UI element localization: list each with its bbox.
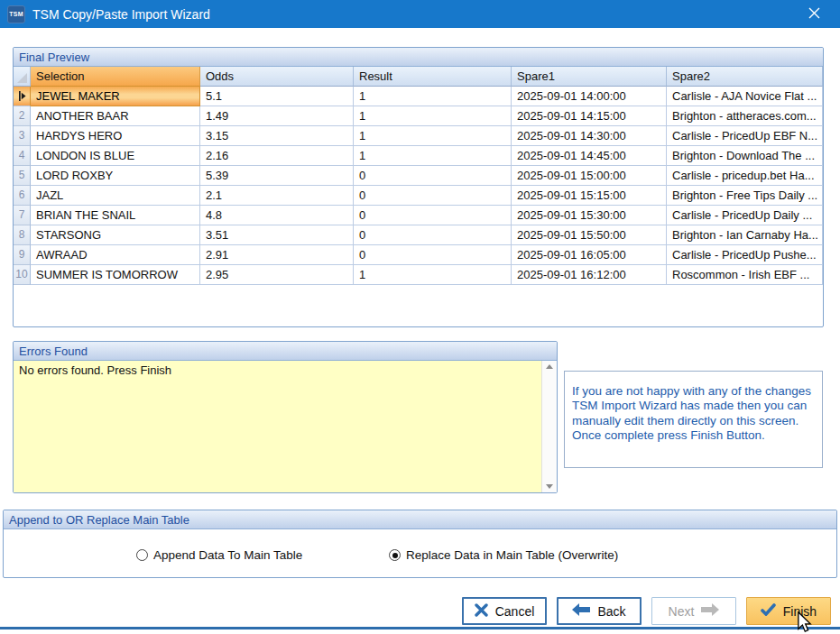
cancel-label: Cancel [495,604,535,619]
scroll-down-icon[interactable] [546,484,553,489]
cell-spare1-row2[interactable]: 2025-09-01 14:15:00 [512,106,667,126]
cell-spare1-row9[interactable]: 2025-09-01 16:05:00 [512,245,667,265]
final-preview-group: Final Preview SelectionOddsResultSpare1S… [13,47,824,327]
errors-text: No errors found. Press Finish [14,361,541,492]
radio-replace-option[interactable]: Replace Data in Main Table (Overwrite) [389,548,618,562]
cancel-button[interactable]: Cancel [462,597,547,625]
cancel-x-icon [475,603,488,620]
column-header-spare1[interactable]: Spare1 [512,67,667,87]
cell-selection-row10[interactable]: SUMMER IS TOMORROW [31,265,200,285]
cell-spare2-row10[interactable]: Roscommon - Irish EBF ... [667,265,823,285]
cell-spare1-row8[interactable]: 2025-09-01 15:50:00 [512,225,667,245]
cell-selection-row3[interactable]: HARDYS HERO [31,126,200,146]
append-replace-group: Append to OR Replace Main Table Append D… [3,510,837,578]
cell-spare1-row7[interactable]: 2025-09-01 15:30:00 [512,206,667,225]
radio-label: Append Data To Main Table [153,548,302,562]
row-header-5[interactable]: 5 [14,166,31,186]
column-header-selection[interactable]: Selection [31,67,200,87]
row-header-3[interactable]: 3 [14,126,31,146]
cell-spare2-row8[interactable]: Brighton - Ian Carnaby Ha... [667,225,823,245]
row-header-4[interactable]: 4 [14,146,31,166]
cell-spare2-row9[interactable]: Carlisle - PricedUp Pushe... [667,245,823,265]
cell-odds-row5[interactable]: 5.39 [200,166,354,186]
cell-spare1-row10[interactable]: 2025-09-01 16:12:00 [512,265,667,285]
titlebar: TSM TSM Copy/Paste Import Wizard [0,0,840,28]
cell-spare2-row1[interactable]: Carlisle - AJA Novice Flat ... [667,87,823,106]
row-header-9[interactable]: 9 [14,245,31,265]
cell-odds-row7[interactable]: 4.8 [200,206,354,225]
cell-result-row5[interactable]: 0 [354,166,512,186]
cell-spare1-row3[interactable]: 2025-09-01 14:30:00 [512,126,667,146]
cell-result-row6[interactable]: 0 [354,186,512,206]
cell-result-row8[interactable]: 0 [354,225,512,245]
row-header-6[interactable]: 6 [14,186,31,206]
final-preview-header: Final Preview [14,48,823,67]
grid-corner-cell[interactable] [14,67,31,87]
cell-result-row2[interactable]: 1 [354,106,512,126]
cell-result-row7[interactable]: 0 [354,206,512,225]
cell-result-row3[interactable]: 1 [354,126,512,146]
cell-selection-row1[interactable]: JEWEL MAKER [31,87,200,106]
row-header-10[interactable]: 10 [14,265,31,285]
cell-selection-row6[interactable]: JAZL [31,186,200,206]
cell-spare2-row7[interactable]: Carlisle - PricedUp Daily ... [667,206,823,225]
next-label: Next [669,604,695,619]
cell-spare2-row4[interactable]: Brighton - Download The ... [667,146,823,166]
cell-result-row4[interactable]: 1 [354,146,512,166]
scroll-up-icon[interactable] [546,364,553,369]
cell-result-row1[interactable]: 1 [354,87,512,106]
column-header-result[interactable]: Result [354,67,512,87]
cell-spare1-row1[interactable]: 2025-09-01 14:00:00 [512,87,667,106]
cell-spare2-row5[interactable]: Carlisle - pricedup.bet Ha... [667,166,823,186]
radio-append-option[interactable]: Append Data To Main Table [136,548,302,562]
cell-spare1-row6[interactable]: 2025-09-01 15:15:00 [512,186,667,206]
window-bottom-border [0,627,840,629]
cell-odds-row9[interactable]: 2.91 [200,245,354,265]
cell-selection-row4[interactable]: LONDON IS BLUE [31,146,200,166]
radio-circle-icon[interactable] [136,549,148,561]
row-header-1[interactable] [14,87,31,106]
cell-spare2-row3[interactable]: Carlisle - PricedUp EBF N... [667,126,823,146]
cell-odds-row1[interactable]: 5.1 [200,87,354,106]
back-button[interactable]: Back [557,597,642,625]
cell-selection-row2[interactable]: ANOTHER BAAR [31,106,200,126]
cell-selection-row9[interactable]: AWRAAD [31,245,200,265]
cell-odds-row8[interactable]: 3.51 [200,225,354,245]
cell-odds-row6[interactable]: 2.1 [200,186,354,206]
cell-odds-row4[interactable]: 2.16 [200,146,354,166]
cell-spare1-row5[interactable]: 2025-09-01 15:00:00 [512,166,667,186]
cell-odds-row3[interactable]: 3.15 [200,126,354,146]
next-button: Next [651,597,736,625]
close-button[interactable] [800,0,827,28]
import-wizard-window: TSM TSM Copy/Paste Import Wizard Final P… [0,0,840,634]
cell-spare2-row6[interactable]: Brighton - Free Tips Daily ... [667,186,823,206]
column-header-odds[interactable]: Odds [200,67,354,87]
mouse-cursor [797,611,812,634]
info-box: If you are not happy with any of the cha… [564,371,823,468]
column-header-spare2[interactable]: Spare2 [667,67,823,87]
cell-odds-row2[interactable]: 1.49 [200,106,354,126]
finish-button[interactable]: Finish [746,597,831,625]
radio-circle-icon[interactable] [389,549,401,561]
cell-result-row10[interactable]: 1 [354,265,512,285]
errors-found-group: Errors Found No errors found. Press Fini… [13,341,558,493]
table-row: 9AWRAAD2.9102025-09-01 16:05:00Carlisle … [14,245,823,265]
current-row-arrow-icon [18,91,26,101]
row-header-8[interactable]: 8 [14,225,31,245]
errors-scrollbar[interactable] [541,361,557,492]
close-icon [808,6,820,23]
cell-selection-row8[interactable]: STARSONG [31,225,200,245]
table-row: 4LONDON IS BLUE2.1612025-09-01 14:45:00B… [14,146,823,166]
app-icon: TSM [7,5,25,23]
cell-selection-row7[interactable]: BRIAN THE SNAIL [31,206,200,225]
corner-triangle-icon [17,73,27,83]
cell-selection-row5[interactable]: LORD ROXBY [31,166,200,186]
cell-spare2-row2[interactable]: Brighton - attheraces.com... [667,106,823,126]
cell-spare1-row4[interactable]: 2025-09-01 14:45:00 [512,146,667,166]
cell-odds-row10[interactable]: 2.95 [200,265,354,285]
errors-textarea[interactable]: No errors found. Press Finish [14,361,557,492]
row-header-7[interactable]: 7 [14,206,31,225]
table-row: 8STARSONG3.5102025-09-01 15:50:00Brighto… [14,225,823,245]
cell-result-row9[interactable]: 0 [354,245,512,265]
row-header-2[interactable]: 2 [14,106,31,126]
